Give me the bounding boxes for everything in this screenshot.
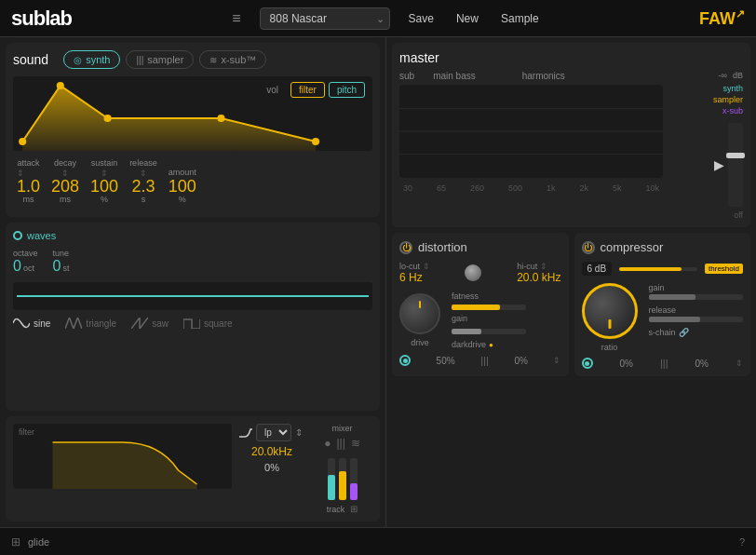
env-tab-pitch[interactable]: pitch [329,82,365,98]
ratio-knob[interactable] [582,283,638,339]
darkdrive-label[interactable]: darkdrive [452,340,486,349]
legend-xsub: x-sub [722,106,743,115]
filter-freq[interactable]: 20.0kHz [239,445,304,458]
fader-3[interactable] [350,458,358,500]
track-label: track [327,505,345,514]
decay-param: decay ⇕ 208 ms [51,158,79,204]
release-param-row: release [649,305,744,322]
compressor-section: ⏻ compressor 6 dB threshold ratio [574,233,751,376]
svg-point-0 [19,138,26,145]
mixer-fader-icon[interactable]: ||| [336,437,344,450]
comp-active-dot[interactable] [582,358,593,369]
tab-xsub[interactable]: ≋ x-sub™ [199,50,266,69]
sustain-label: sustain [90,158,118,168]
master-inf-row: -∞ dB [719,71,743,80]
drive-label: drive [411,338,429,347]
env-tab-filter[interactable]: filter [290,82,325,98]
dist-header: ⏻ distortion [399,240,561,254]
preset-selector[interactable]: 808 Nascar [260,7,390,30]
dist-dot-inner [403,359,408,363]
amount-param: amount 100 % [169,168,196,204]
comp-power-button[interactable]: ⏻ [582,241,595,254]
filter-type-select[interactable]: lp [256,424,291,441]
fader-col-3 [350,458,358,500]
drive-knob[interactable] [399,293,440,334]
brand: FAW↗ [699,7,745,29]
hi-cut-value[interactable]: 20.0 kHz [517,271,560,284]
sampler-icon: ||| [136,55,143,65]
tune-value[interactable]: 0 [53,258,61,275]
wave-square[interactable]: square [183,318,233,329]
threshold-fill [619,267,682,271]
sub-label: sub [399,71,414,81]
fader-col-2 [339,458,346,500]
release-value[interactable]: 2.3 [129,178,157,195]
fader-2[interactable] [339,458,346,500]
triangle-label: triangle [86,318,116,329]
fatness-bar[interactable] [452,305,526,310]
wave-sine[interactable]: sine [13,318,50,329]
locut-arrows: ⇕ [423,262,430,271]
freq-2k: 2k [579,183,588,193]
comp-bottom: 0% ||| 0% ⇕ [582,358,744,369]
env-tab-vol[interactable]: vol [258,82,287,98]
mixer-knob-icon[interactable]: ● [324,437,331,450]
logo-lab: lab [45,7,72,30]
attack-unit: ms [17,195,40,204]
mixer-wave-icon[interactable]: ≋ [351,437,360,450]
comp-pct1: 0% [620,359,633,369]
master-fader[interactable] [728,123,743,207]
save-button[interactable]: Save [409,12,434,25]
dist-pct2-arrows: ⇕ [553,356,560,365]
sustain-value[interactable]: 100 [90,178,118,195]
wave-saw[interactable]: saw [131,318,169,329]
master-title: master [399,50,439,65]
wave-triangle[interactable]: triangle [65,318,116,329]
lo-cut-group: lo-cut ⇕ 6 Hz [399,262,430,284]
comp-gain-bar[interactable] [649,294,744,300]
fader-1[interactable] [328,458,335,500]
dist-controls: drive fatness gain [399,291,561,349]
filter-pct[interactable]: 0% [239,462,304,473]
threshold-val: 6 dB [582,262,613,276]
db-label: dB [733,71,743,80]
bottom-panels: ⏻ distortion lo-cut ⇕ 6 Hz [392,233,750,376]
attack-value[interactable]: 1.0 [17,178,40,195]
master-sub-labels: sub main bass harmonics [399,71,663,81]
locut-knob[interactable] [465,264,481,281]
gain-bar-dist[interactable] [452,329,526,334]
right-panel: master sub main bass harmonics [386,37,756,527]
master-arrow: ▶ [714,157,724,172]
octave-group: octave 0 oct [13,249,38,275]
main-bass-label: main bass [433,71,476,81]
threshold-label: threshold [705,264,743,274]
dist-bottom: 50% ||| 0% ⇕ [399,355,561,366]
comp-header: ⏻ compressor [582,240,744,254]
preset-wrapper: 808 Nascar [260,7,390,30]
dist-power-button[interactable]: ⏻ [399,241,412,254]
legend-synth: synth [722,84,743,93]
help-button[interactable]: ? [739,536,745,548]
saw-label: saw [152,318,169,329]
new-button[interactable]: New [456,12,479,25]
freq-5k: 5k [613,183,622,193]
wave-types: sine triangle saw square [13,318,372,329]
fatness-label: fatness [452,291,561,301]
menu-icon[interactable]: ≡ [232,10,240,27]
lo-cut-label: lo-cut ⇕ [399,262,430,271]
dist-active-dot[interactable] [399,355,411,366]
fader-col-1 [328,458,335,500]
dist-params: lo-cut ⇕ 6 Hz hi-cut ⇕ 20.0 [399,262,561,284]
threshold-track[interactable] [619,267,697,271]
lo-cut-value[interactable]: 6 Hz [399,271,430,284]
mixer-icons: ● ||| ≋ [324,437,360,450]
tab-sampler[interactable]: ||| sampler [126,50,194,69]
comp-release-bar[interactable] [649,317,744,322]
darkdrive-indicator: ● [489,341,493,349]
sample-button[interactable]: Sample [501,12,539,25]
octave-value[interactable]: 0 [13,258,21,275]
amount-value[interactable]: 100 [169,178,196,195]
app-logo: sublab [11,7,72,31]
decay-value[interactable]: 208 [51,178,79,195]
tab-synth[interactable]: ◎ synth [63,50,120,69]
